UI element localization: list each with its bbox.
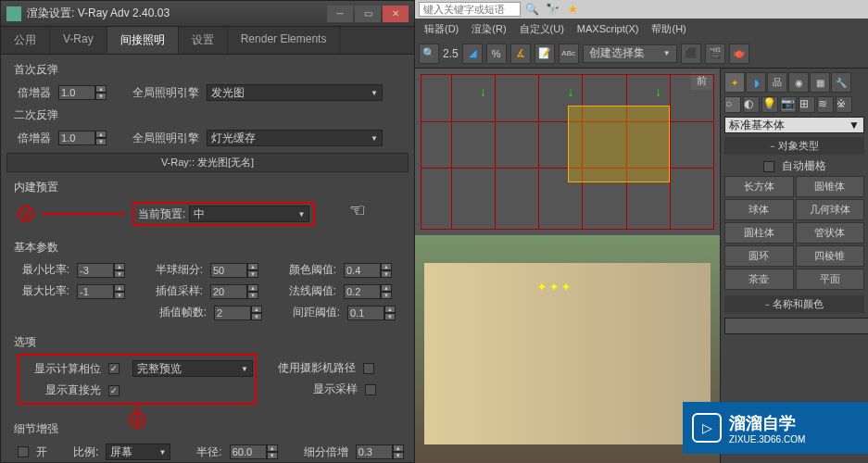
secondary-multiplier-input[interactable] xyxy=(58,131,95,145)
preset-dropdown[interactable]: 中▼ xyxy=(189,206,309,222)
tab-common[interactable]: 公用 xyxy=(1,27,50,54)
secondary-multiplier-spinner[interactable]: ▲▼ xyxy=(58,131,107,145)
render-icon[interactable]: 🎬 xyxy=(705,44,725,64)
tube-button[interactable]: 管状体 xyxy=(796,222,865,244)
object-type-header[interactable]: − 对象类型 xyxy=(724,137,864,155)
menu-help[interactable]: 帮助(H) xyxy=(646,20,691,38)
detail-on-checkbox[interactable] xyxy=(18,446,29,457)
primary-engine-dropdown[interactable]: 发光图▼ xyxy=(207,84,383,101)
editor-icon[interactable]: 📝 xyxy=(535,44,555,64)
secondary-engine-dropdown[interactable]: 灯光缓存▼ xyxy=(207,130,383,146)
close-button[interactable]: ✕ xyxy=(383,6,409,22)
show-calc-checkbox[interactable]: ✓ xyxy=(108,363,120,374)
material-icon[interactable]: ⬛ xyxy=(681,44,701,64)
radius-spinner[interactable]: ▲▼ xyxy=(230,444,278,459)
primary-multiplier-spinner[interactable]: ▲▼ xyxy=(58,85,107,100)
spacewarps-icon[interactable]: ≋ xyxy=(817,96,834,113)
hierarchy-tab[interactable]: 品 xyxy=(767,72,787,93)
minimize-icon[interactable]: ─ xyxy=(606,2,621,17)
pyramid-button[interactable]: 四棱锥 xyxy=(796,245,865,267)
close-icon[interactable]: ✕ xyxy=(647,2,661,17)
cone-button[interactable]: 圆锥体 xyxy=(796,176,865,197)
spinner-down-icon[interactable]: ▼ xyxy=(95,93,107,100)
secondary-multiplier-label: 倍增器 xyxy=(18,131,51,146)
spinner-up-icon[interactable]: ▲ xyxy=(95,131,107,138)
tab-settings[interactable]: 设置 xyxy=(179,27,228,54)
search-input[interactable] xyxy=(419,2,521,17)
selection-set-dropdown[interactable]: 创建选择集 ▼ xyxy=(583,44,677,63)
lights-icon[interactable]: 💡 xyxy=(761,96,778,113)
use-cam-label: 使用摄影机路径 xyxy=(278,360,356,376)
teapot-icon[interactable]: 🫖 xyxy=(729,44,749,64)
minimize-button[interactable]: ─ xyxy=(327,6,353,22)
cameras-icon[interactable]: 📷 xyxy=(780,96,797,113)
max-rate-spinner[interactable]: ▲▼ xyxy=(77,284,125,299)
viewport-front[interactable]: 前 ↓ ↓ ↓ xyxy=(415,69,720,235)
min-rate-spinner[interactable]: ▲▼ xyxy=(77,263,125,278)
zoom-value: 2.5 xyxy=(443,47,459,60)
star-icon[interactable]: ★ xyxy=(565,2,580,17)
primary-multiplier-input[interactable] xyxy=(58,85,95,100)
display-tab[interactable]: ▦ xyxy=(810,72,830,93)
maximize-icon[interactable]: ▭ xyxy=(626,2,641,17)
dist-thresh-spinner[interactable]: ▲▼ xyxy=(347,306,396,320)
tab-render-elements[interactable]: Render Elements xyxy=(228,27,341,54)
plane-button[interactable]: 平面 xyxy=(796,269,865,290)
normal-thresh-spinner[interactable]: ▲▼ xyxy=(344,284,392,299)
geosphere-button[interactable]: 几何球体 xyxy=(796,199,865,220)
cylinder-button[interactable]: 圆柱体 xyxy=(724,222,794,244)
name-color-header[interactable]: − 名称和颜色 xyxy=(724,295,864,313)
geometry-icon[interactable]: ○ xyxy=(724,96,741,113)
helpers-icon[interactable]: ⊞ xyxy=(799,96,815,113)
ratio-dropdown[interactable]: 屏幕▼ xyxy=(106,444,170,460)
object-name-input[interactable] xyxy=(724,318,868,334)
menu-customize[interactable]: 自定义(U) xyxy=(514,20,570,38)
utilities-tab[interactable]: 🔧 xyxy=(831,72,851,93)
color-thresh-spinner[interactable]: ▲▼ xyxy=(344,263,392,278)
angle-snap-icon[interactable]: ∡ xyxy=(510,44,531,64)
preview-dropdown[interactable]: 完整预览▼ xyxy=(132,360,253,377)
box-button[interactable]: 长方体 xyxy=(724,176,794,197)
torus-button[interactable]: 圆环 xyxy=(724,245,794,267)
options-header: 选项 xyxy=(6,331,409,354)
interp-spinner[interactable]: ▲▼ xyxy=(210,284,258,299)
show-samples-checkbox[interactable] xyxy=(365,384,376,395)
watermark: ▷ 溜溜自学 ZIXUE.3D66.COM xyxy=(683,402,868,454)
interp-frames-spinner[interactable]: ▲▼ xyxy=(214,306,262,320)
magnify-icon[interactable]: 🔍 xyxy=(419,44,439,64)
hand-cursor-icon: ☜ xyxy=(349,199,366,221)
tab-indirect-lighting[interactable]: 间接照明 xyxy=(107,27,179,54)
interp-label: 插值采样: xyxy=(151,283,203,299)
auto-grid-checkbox[interactable] xyxy=(763,161,774,172)
menu-maxscript[interactable]: MAXScript(X) xyxy=(572,21,645,36)
show-direct-checkbox[interactable]: ✓ xyxy=(108,385,120,396)
create-tab[interactable]: ✦ xyxy=(724,72,745,93)
subdiv-spinner[interactable]: ▲▼ xyxy=(356,444,404,459)
tab-vray[interactable]: V-Ray xyxy=(50,27,107,54)
binoculars-icon[interactable]: 🔭 xyxy=(545,2,560,17)
motion-tab[interactable]: ◉ xyxy=(788,72,809,93)
viewport-camera[interactable]: ✦ ✦ ✦ xyxy=(415,235,720,463)
maximize-button[interactable]: ▭ xyxy=(355,6,381,22)
sphere-button[interactable]: 球体 xyxy=(724,199,794,220)
use-cam-checkbox[interactable] xyxy=(363,363,374,374)
hsph-spinner[interactable]: ▲▼ xyxy=(210,263,258,278)
search-icon[interactable]: 🔍 xyxy=(524,2,539,17)
irradiance-map-header[interactable]: V-Ray:: 发光图[无名] xyxy=(6,153,409,172)
percent-icon[interactable]: % xyxy=(486,44,507,64)
shapes-icon[interactable]: ◐ xyxy=(743,96,760,113)
help-icon[interactable]: ? xyxy=(585,2,600,17)
spinner-up-icon[interactable]: ▲ xyxy=(95,85,107,93)
titlebar[interactable]: 渲染设置: V-Ray Adv 2.40.03 ─ ▭ ✕ xyxy=(1,1,414,27)
dist-thresh-label: 间距阈值: xyxy=(288,305,340,320)
primitive-type-dropdown[interactable]: 标准基本体 ▼ xyxy=(724,117,864,133)
snap-icon[interactable]: ◢ xyxy=(462,44,483,64)
abc-icon[interactable]: ABc xyxy=(559,44,579,64)
spinner-down-icon[interactable]: ▼ xyxy=(95,138,107,145)
systems-icon[interactable]: ※ xyxy=(836,96,852,113)
teapot-button[interactable]: 茶壶 xyxy=(724,269,794,290)
preset-section-header: 内建预置 xyxy=(6,176,409,199)
menu-render[interactable]: 渲染(R) xyxy=(466,20,511,38)
menu-editor[interactable]: 辑器(D) xyxy=(419,20,464,38)
modify-tab[interactable]: ◗ xyxy=(746,72,766,93)
